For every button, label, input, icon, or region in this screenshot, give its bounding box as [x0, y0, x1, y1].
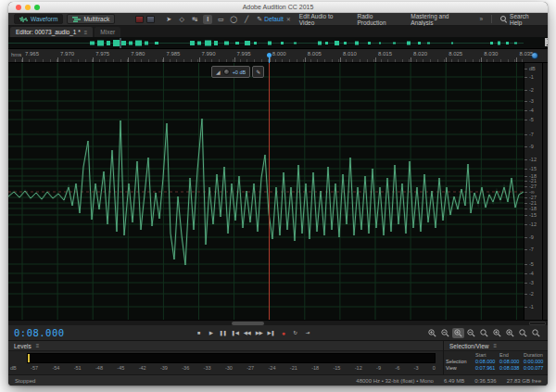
ruler-tick: [340, 57, 341, 62]
skip-to-start-button[interactable]: ❚◀: [230, 328, 240, 338]
ruler-tick: [516, 57, 517, 62]
zoom-out-vertical-button[interactable]: [439, 328, 451, 338]
waveform-icon: [19, 17, 28, 22]
ruler-tick: [199, 57, 200, 62]
grid-icon[interactable]: [545, 38, 548, 46]
disk-free: 27.83 GB free: [507, 378, 541, 384]
spectral-pitch-display-icon[interactable]: [146, 16, 155, 23]
levels-panel-menu-icon[interactable]: ≡: [36, 343, 40, 348]
ruler-tick-label: 8.020: [413, 51, 427, 57]
hud-edit-button[interactable]: ✎: [252, 66, 264, 78]
play-button[interactable]: ▶: [206, 328, 216, 338]
razor-tool-icon[interactable]: ◇: [177, 15, 186, 24]
db-tick-label: dB: [529, 66, 536, 71]
db-tick: [524, 197, 527, 198]
meter-scale-label: -21: [290, 365, 297, 373]
waveform-canvas-area[interactable]: [8, 63, 524, 320]
record-button[interactable]: ●: [278, 328, 288, 338]
workspace-item-mastering-analysis[interactable]: Mastering and Analysis: [411, 13, 471, 26]
zoom-to-selection-button[interactable]: [517, 328, 529, 338]
view-duration-value[interactable]: 0:00.077: [524, 365, 548, 371]
db-tick: [524, 294, 527, 295]
hud-gain-control[interactable]: ◢ +0 dB: [211, 66, 250, 78]
rewind-button[interactable]: ◀◀: [242, 328, 252, 338]
db-tick: [524, 77, 527, 78]
spectral-frequency-display-icon[interactable]: [135, 16, 144, 23]
search-help[interactable]: Search Help: [500, 13, 542, 26]
paintbrush-tool-icon[interactable]: ╱: [242, 15, 251, 24]
db-tick: [524, 90, 527, 91]
hud-gain-value[interactable]: +0 dB: [233, 70, 246, 75]
selection-start-value[interactable]: 0:08.000: [475, 359, 499, 364]
ruler-tick: [22, 57, 23, 62]
current-time-display[interactable]: 0:08.000: [14, 327, 65, 338]
lasso-selection-tool-icon[interactable]: ◯: [229, 15, 238, 24]
zoom-full-button[interactable]: [530, 328, 542, 338]
tab-mixer[interactable]: Mixer: [95, 27, 120, 37]
file-size: 6.49 MB: [444, 378, 464, 384]
close-icon[interactable]: ✕: [286, 16, 291, 22]
waveform-view-button[interactable]: Waveform: [14, 14, 63, 24]
reset-zoom-button[interactable]: [478, 328, 490, 338]
db-tick-label: -9: [529, 234, 534, 240]
selection-duration-value[interactable]: 0:00.000: [524, 359, 548, 364]
pencil-icon: ✎: [256, 69, 260, 75]
move-tool-icon[interactable]: ➤: [164, 15, 173, 24]
search-help-label: Search Help: [510, 13, 542, 26]
overview-waveform: [8, 37, 524, 49]
workspace-item-edit-audio-to-video[interactable]: Edit Audio to Video: [299, 13, 349, 26]
db-tick: [524, 101, 527, 102]
title-bar[interactable]: Adobe Audition CC 2015: [8, 2, 548, 13]
view-end-value[interactable]: 0:08.038: [499, 365, 524, 371]
meter-scale-label: -45: [117, 365, 124, 373]
zoom-out-horizontal-button[interactable]: [465, 328, 477, 338]
skip-selection-button[interactable]: ⇥: [302, 328, 312, 338]
meter-scale-label: -33: [204, 365, 211, 373]
panel-menu-icon[interactable]: ≡: [84, 30, 88, 35]
selection-view-menu-icon[interactable]: ≡: [494, 343, 498, 348]
loop-playback-button[interactable]: ↻: [290, 328, 300, 338]
waveform-overview-strip[interactable]: [8, 37, 548, 49]
total-duration: 0:36.536: [474, 378, 496, 384]
spot-healing-brush-icon[interactable]: ✎: [255, 15, 264, 24]
db-tick: [524, 69, 527, 70]
marquee-selection-tool-icon[interactable]: ▭: [216, 15, 225, 24]
pause-button[interactable]: ❚❚: [218, 328, 228, 338]
mixer-tab-label: Mixer: [100, 29, 115, 35]
workspace-overflow-chevron[interactable]: »: [480, 16, 484, 22]
gain-knob[interactable]: [223, 69, 230, 75]
workspace-item-radio-production[interactable]: Radio Production: [357, 13, 402, 26]
tab-editor[interactable]: Editor: 00073_audio_1 * ≡: [10, 27, 93, 37]
slip-tool-icon[interactable]: ↹: [190, 15, 199, 24]
multitrack-view-button[interactable]: Multitrack: [67, 14, 115, 24]
db-tick: [524, 307, 527, 308]
zoom-in-right-edge-button[interactable]: [504, 328, 516, 338]
fast-forward-button[interactable]: ▶▶: [254, 328, 264, 338]
ruler-tick-label: 7.985: [166, 51, 180, 57]
view-start-value[interactable]: 0:07.961: [475, 365, 499, 371]
meter-scale-label: -6: [395, 365, 399, 373]
zoom-in-left-edge-button[interactable]: [491, 328, 503, 338]
time-selection-tool-icon[interactable]: I: [203, 15, 212, 24]
zoom-in-vertical-button[interactable]: [426, 328, 438, 338]
workspace-item-default[interactable]: Default ✕: [264, 16, 291, 22]
skip-to-end-button[interactable]: ▶❚: [266, 328, 276, 338]
hud-overlay: ◢ +0 dB ✎: [211, 66, 264, 78]
column-duration: Duration: [524, 352, 548, 358]
db-tick: [524, 159, 527, 160]
meter-scale-label: -18: [311, 365, 319, 373]
waveform-button-label: Waveform: [31, 16, 57, 22]
db-tick-label: -2: [529, 291, 534, 297]
db-tick: [524, 264, 527, 265]
selection-end-value[interactable]: 0:08.000: [499, 359, 524, 364]
waveform-display: [8, 63, 524, 320]
db-ruler[interactable]: dB-1-2-3-4-5-7-9-12-15-18-21-27-∞-27-21-…: [524, 63, 542, 320]
meter-scale-label: -48: [95, 365, 103, 373]
timeline-ruler[interactable]: hms 7.9657.9707.9757.9807.9857.9907.9958…: [8, 49, 548, 63]
ruler-tick-label: 7.970: [60, 51, 74, 57]
zoom-in-horizontal-button[interactable]: [452, 328, 464, 338]
vertical-scrollbar[interactable]: [542, 63, 548, 320]
selection-row-label: Selection: [446, 359, 475, 364]
stop-button[interactable]: ■: [194, 328, 204, 338]
ruler-tick-label: 8.005: [308, 51, 322, 57]
